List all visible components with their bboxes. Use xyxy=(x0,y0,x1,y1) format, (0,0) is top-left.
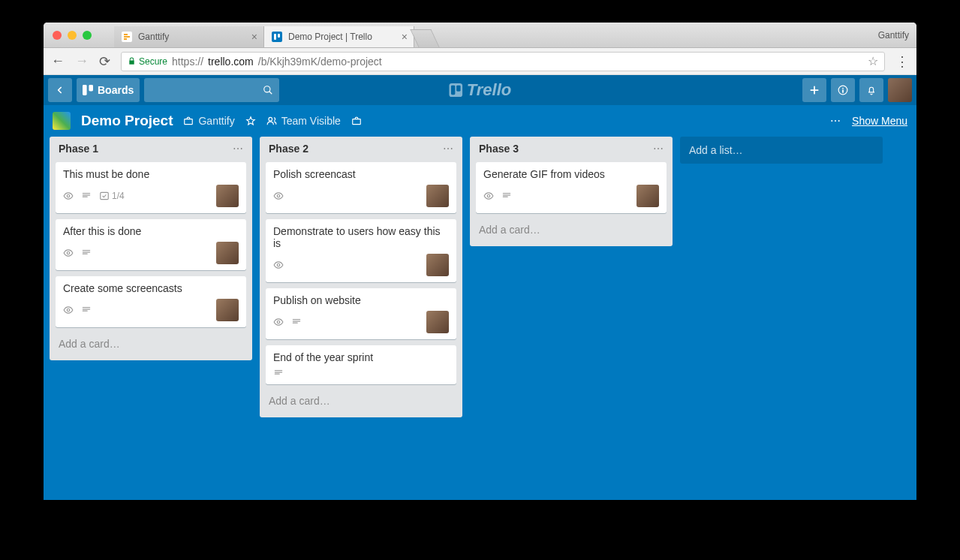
maximize-window-button[interactable] xyxy=(83,31,92,40)
boards-label: Boards xyxy=(98,84,134,96)
back-button[interactable]: ← xyxy=(51,53,65,69)
people-icon xyxy=(266,116,277,126)
list-header: Phase 2 ⋯ xyxy=(266,143,456,156)
svg-rect-3 xyxy=(89,85,93,91)
card-badges xyxy=(273,317,302,327)
list: Phase 3 ⋯ Generate GIF from videos Add a… xyxy=(470,137,673,246)
menu-ellipsis-icon: ⋯ xyxy=(830,115,841,127)
bell-icon xyxy=(866,85,877,95)
svg-point-19 xyxy=(487,194,490,197)
tab-label: Ganttify xyxy=(138,32,169,42)
svg-point-12 xyxy=(67,194,70,197)
reload-button[interactable]: ⟳ xyxy=(99,53,110,70)
minimize-window-button[interactable] xyxy=(68,31,77,40)
add-card-button[interactable]: Add a card… xyxy=(56,333,246,354)
arrow-left-icon xyxy=(55,85,65,95)
show-menu-button[interactable]: Show Menu xyxy=(852,115,907,127)
create-button[interactable] xyxy=(802,78,826,102)
url-path: /b/Kkjh39mK/demo-project xyxy=(258,56,382,68)
close-tab-icon[interactable]: × xyxy=(402,31,408,43)
board-logo-icon xyxy=(53,112,71,130)
user-avatar[interactable] xyxy=(888,78,912,102)
svg-rect-6 xyxy=(450,86,454,95)
member-avatar[interactable] xyxy=(636,185,659,207)
board-title[interactable]: Demo Project xyxy=(81,113,173,129)
tab-trello[interactable]: Demo Project | Trello × xyxy=(264,26,414,47)
browser-menu-button[interactable]: ⋮ xyxy=(895,53,909,70)
star-board-button[interactable] xyxy=(245,116,256,126)
plus-icon xyxy=(809,85,820,95)
card-title: After this is done xyxy=(63,225,239,237)
close-tab-icon[interactable]: × xyxy=(251,31,257,43)
url-input[interactable]: Secure https://trello.com/b/Kkjh39mK/dem… xyxy=(121,52,885,71)
tabs: Ganttify × Demo Project | Trello × xyxy=(114,23,435,47)
list-header: Phase 3 ⋯ xyxy=(476,143,667,156)
member-avatar[interactable] xyxy=(426,185,449,207)
favicon-icon xyxy=(122,32,132,42)
watch-icon xyxy=(63,305,74,315)
list-title[interactable]: Phase 2 xyxy=(269,143,308,155)
visibility-button[interactable]: Team Visible xyxy=(266,115,341,127)
member-avatar[interactable] xyxy=(426,254,449,276)
watch-icon xyxy=(483,191,494,201)
watch-icon xyxy=(273,317,284,327)
card-badges-row xyxy=(273,311,449,333)
card[interactable]: Generate GIF from videos xyxy=(476,162,667,213)
watch-icon xyxy=(273,191,284,201)
svg-point-10 xyxy=(269,117,272,121)
card-badges-row xyxy=(273,254,449,276)
logo-text: Trello xyxy=(467,80,512,100)
card-badges-row xyxy=(483,185,659,207)
list-menu-button[interactable]: ⋯ xyxy=(233,143,243,155)
list-menu-button[interactable]: ⋯ xyxy=(443,143,453,155)
member-avatar[interactable] xyxy=(216,185,239,207)
close-window-button[interactable] xyxy=(53,31,62,40)
list-title[interactable]: Phase 3 xyxy=(479,143,519,155)
svg-rect-1 xyxy=(278,34,280,38)
watch-icon xyxy=(63,248,74,258)
new-tab-button[interactable] xyxy=(410,29,439,47)
card[interactable]: Polish screencast xyxy=(266,162,456,213)
description-icon xyxy=(273,368,284,378)
add-card-button[interactable]: Add a card… xyxy=(476,219,667,240)
member-avatar[interactable] xyxy=(216,299,239,321)
search-input[interactable] xyxy=(144,78,279,102)
svg-point-15 xyxy=(67,309,70,312)
boards-button[interactable]: Boards xyxy=(77,78,140,102)
svg-point-14 xyxy=(67,251,70,254)
browser-profile-label[interactable]: Ganttify xyxy=(878,30,909,41)
list-title[interactable]: Phase 1 xyxy=(59,143,98,155)
card[interactable]: This must be done 1/4 xyxy=(56,162,246,213)
bookmark-star-icon[interactable]: ☆ xyxy=(868,54,878,68)
card[interactable]: Demonstrate to users how easy this is xyxy=(266,219,456,282)
add-list-button[interactable]: Add a list… xyxy=(680,137,883,164)
team-link[interactable]: Ganttify xyxy=(183,115,234,127)
forward-button[interactable]: → xyxy=(75,53,89,69)
member-avatar[interactable] xyxy=(216,242,239,264)
svg-point-17 xyxy=(277,263,280,266)
card[interactable]: Create some screencasts xyxy=(56,276,246,327)
card-title: Generate GIF from videos xyxy=(483,168,659,180)
trello-logo-icon xyxy=(449,83,462,97)
notifications-button[interactable] xyxy=(859,78,883,102)
boards-icon xyxy=(83,85,93,95)
info-button[interactable] xyxy=(831,78,855,102)
card-title: This must be done xyxy=(63,168,239,180)
card[interactable]: End of the year sprint xyxy=(266,345,456,384)
card[interactable]: Publish on website xyxy=(266,288,456,339)
card-title: Publish on website xyxy=(273,294,449,306)
star-icon xyxy=(245,116,256,126)
trello-logo[interactable]: Trello xyxy=(449,80,512,100)
back-to-home-button[interactable] xyxy=(48,78,72,102)
url-scheme: https:// xyxy=(172,56,203,68)
card-badges-row xyxy=(63,299,239,321)
card-badges xyxy=(483,191,512,201)
board-extras-button[interactable] xyxy=(351,116,362,126)
member-avatar[interactable] xyxy=(426,311,449,333)
card[interactable]: After this is done xyxy=(56,219,246,270)
list-menu-button[interactable]: ⋯ xyxy=(653,143,664,155)
tab-ganttify[interactable]: Ganttify × xyxy=(114,26,264,47)
card-badges xyxy=(273,260,284,270)
add-card-button[interactable]: Add a card… xyxy=(266,390,456,411)
board-canvas[interactable]: Phase 1 ⋯ This must be done 1/4 After th… xyxy=(44,137,916,500)
